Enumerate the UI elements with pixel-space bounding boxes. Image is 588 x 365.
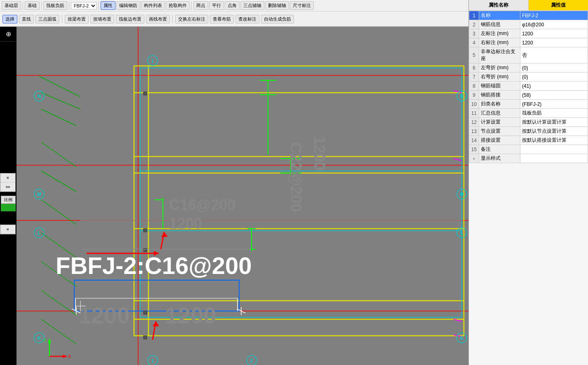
btn-select[interactable]: 选择 [2,15,17,23]
prop-name-8: 钢筋搭接 [479,91,520,100]
svg-text:N: N [38,94,41,99]
svg-text:M: M [460,192,464,197]
btn-delete-axis[interactable]: 删除辅轴 [265,1,289,10]
btn-base-layer[interactable]: 基础层 [2,1,21,10]
canvas-area[interactable]: Y X N M L K N M L K 1 2 1 C22@200 [16,27,468,365]
prop-row-num-8: 9 [469,91,479,100]
svg-text:K: K [38,335,41,341]
prop-value-8[interactable]: (58) [520,91,588,100]
prop-row-num-0: 1 [469,11,479,20]
prop-name-1: 钢筋信息 [479,20,520,29]
prop-name-3: 右标注 (mm) [479,38,520,47]
btn-view-layout[interactable]: 查看布筋 [210,15,234,23]
btn-by-wall[interactable]: 按墙布置 [90,15,114,23]
prop-name-0: 名称 [479,11,520,20]
btn-by-slab-edge[interactable]: 筏板边布置 [116,15,144,23]
svg-text:1: 1 [151,58,154,64]
prop-value-1[interactable]: φ16@200 [520,20,588,29]
svg-text:1200: 1200 [169,215,202,232]
float-btn-expand[interactable]: >> [0,182,15,192]
prop-row-num-12: 13 [469,127,479,136]
prop-value-2[interactable]: 1200 [520,29,588,38]
prop-name-12: 节点设置 [479,127,520,136]
svg-text:C22@200: C22@200 [287,142,305,212]
prop-row-num-3: 4 [469,38,479,47]
prop-row-num-2: 3 [469,29,479,38]
svg-text:X: X [68,354,71,359]
drawing-svg: Y X N M L K N M L K 1 2 1 C22@200 [16,27,468,365]
btn-swap-annotation[interactable]: 交换左右标注 [175,15,208,23]
prop-row-num-9: 10 [469,100,479,109]
prop-name-13: 搭接设置 [479,136,520,145]
prop-row-num-13: 14 [469,136,479,145]
prop-value-14[interactable] [520,145,588,154]
left-panel: ⊕ ✕ >> 比例 ✕ [0,27,16,365]
prop-value-6[interactable]: (0) [520,73,588,82]
prop-value-9[interactable]: (FBFJ-2) [520,100,588,109]
select-fbfj[interactable]: FBFJ-2 [71,2,97,9]
properties-table: 1名称FBFJ-22钢筋信息φ16@2003左标注 (mm)12004右标注 (… [469,11,588,163]
prop-value-15[interactable] [520,154,588,163]
prop-name-7: 钢筋锚固 [479,82,520,91]
prop-value-4[interactable]: 否 [520,47,588,63]
btn-slab-rebar[interactable]: 筏板负筋 [43,1,67,10]
btn-grab-component[interactable]: 抢取构件 [166,1,190,10]
prop-value-7[interactable]: (41) [520,82,588,91]
btn-parallel[interactable]: 平行 [209,1,224,10]
svg-text:L: L [38,230,40,236]
btn-three-arc[interactable]: 三点圆弧 [35,15,59,23]
btn-point-angle[interactable]: 点角 [225,1,240,10]
btn-dim-annotation[interactable]: 尺寸标注 [290,1,314,10]
prop-name-5: 左弯折 (mm) [479,63,520,73]
prop-value-10[interactable]: 筏板负筋 [520,109,588,118]
prop-row-num-10: 11 [469,109,479,118]
prop-name-2: 左标注 (mm) [479,29,520,38]
btn-by-beam[interactable]: 按梁布置 [65,15,89,23]
svg-text:1200: 1200 [165,302,216,328]
float-btn-close2[interactable]: ✕ [0,225,15,234]
btn-two-point[interactable]: 两点 [193,1,208,10]
btn-by-line[interactable]: 画线布置 [146,15,170,23]
prop-value-3[interactable]: 1200 [520,38,588,47]
prop-name-9: 归类名称 [479,100,520,109]
prop-row-num-6: 7 [469,73,479,82]
scale-indicator [1,204,16,211]
left-tool-zoom[interactable]: ⊕ [1,27,16,42]
btn-properties[interactable]: 属性 [101,1,115,10]
prop-value-12[interactable]: 按默认节点设置计算 [520,127,588,136]
prop-name-10: 汇总信息 [479,109,520,118]
svg-text:FBFJ-2:C16@200: FBFJ-2:C16@200 [56,252,252,279]
prop-value-11[interactable]: 按默认计算设置计算 [520,118,588,127]
btn-check-annotation[interactable]: 查改标注 [235,15,259,23]
svg-rect-40 [143,229,147,232]
btn-auto-negative[interactable]: 自动生成负筋 [261,15,294,23]
prop-header-name: 属性名称 [469,0,529,10]
prop-row-num-11: 12 [469,118,479,127]
properties-header: 属性名称 属性值 [469,0,588,11]
prop-value-0[interactable]: FBFJ-2 [520,11,588,20]
btn-base[interactable]: 基础 [25,1,40,10]
prop-name-14: 备注 [479,145,520,154]
prop-row-num-5: 6 [469,63,479,73]
prop-row-num-4: 5 [469,47,479,63]
btn-edit-rebar[interactable]: 编辑钢筋 [116,1,140,10]
btn-three-point-axis[interactable]: 三点辅轴 [240,1,264,10]
svg-rect-42 [143,336,147,339]
prop-row-num-7: 8 [469,82,479,91]
btn-line[interactable]: 直线 [19,15,34,23]
svg-text:1: 1 [151,358,154,364]
svg-rect-43 [143,248,147,252]
svg-rect-41 [143,311,147,314]
prop-header-value: 属性值 [529,0,588,10]
prop-row-num-14: 15 [469,145,479,154]
svg-text:C16@200: C16@200 [169,197,235,213]
prop-value-5[interactable]: (0) [520,63,588,73]
btn-component-list[interactable]: 构件列表 [141,1,165,10]
prop-name-6: 右弯折 (mm) [479,73,520,82]
prop-value-13[interactable]: 按默认搭接设置计算 [520,136,588,145]
prop-name-11: 计算设置 [479,118,520,127]
svg-text:1200: 1200 [78,302,130,328]
float-btn-close[interactable]: ✕ [0,173,15,182]
svg-text:2: 2 [250,358,253,364]
scale-label: 比例 [1,196,16,204]
